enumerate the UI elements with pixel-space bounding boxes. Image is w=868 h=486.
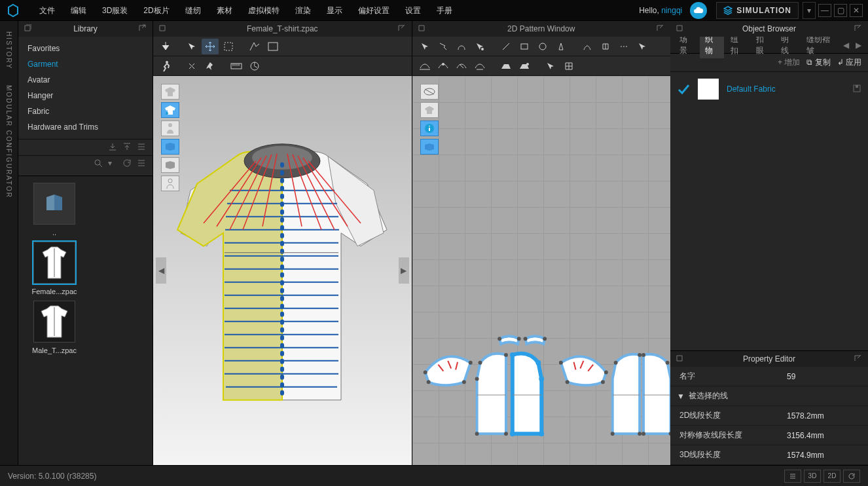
menu-settings[interactable]: 设置 (397, 0, 429, 21)
import-icon[interactable] (108, 142, 118, 153)
menu-2d-pattern[interactable]: 2D板片 (136, 0, 177, 21)
popout-icon[interactable] (676, 24, 685, 33)
menu-edit[interactable]: 编辑 (63, 0, 94, 21)
popout-icon-2[interactable] (397, 24, 407, 33)
popout-icon-2[interactable] (854, 354, 863, 364)
menu-preferences[interactable]: 偏好设置 (350, 0, 397, 21)
tool2d-arrow-icon[interactable] (542, 58, 559, 74)
menu-display[interactable]: 显示 (319, 0, 350, 21)
grid-icon[interactable] (137, 159, 147, 169)
menu-manual[interactable]: 手册 (429, 0, 460, 21)
popout-icon[interactable] (24, 24, 33, 33)
tool-move-icon[interactable] (202, 39, 219, 54)
popout-icon-2[interactable] (854, 24, 863, 33)
lib-item-favorites[interactable]: Favorites (18, 41, 153, 56)
export-icon[interactable] (122, 142, 133, 153)
lib-item-garment[interactable]: Garment (18, 56, 153, 72)
prop-value[interactable]: 59 (787, 372, 859, 381)
window-maximize[interactable]: ▢ (834, 4, 847, 17)
tool2d-iron2-icon[interactable] (516, 58, 533, 74)
status-2d-button[interactable]: 2D (823, 470, 841, 483)
2d-garment-icon[interactable] (420, 102, 439, 118)
lib-item-hanger[interactable]: Hanger (18, 88, 153, 103)
lib-item-avatar[interactable]: Avatar (18, 72, 153, 88)
thumb-female-tshirt[interactable]: Female...zpac (25, 242, 84, 295)
check-icon[interactable] (677, 83, 690, 96)
popout-icon[interactable] (676, 354, 685, 364)
list-icon[interactable] (137, 142, 147, 153)
simulation-dropdown[interactable]: ▾ (803, 2, 816, 19)
tabs-prev-icon[interactable]: ◀ (841, 41, 852, 50)
popout-icon-2[interactable] (138, 24, 147, 33)
tool2d-select-icon[interactable] (416, 39, 433, 54)
menu-3d-garment[interactable]: 3D服装 (94, 0, 136, 21)
tool2d-curve-icon[interactable] (453, 39, 470, 54)
status-refresh-icon[interactable] (843, 470, 860, 483)
2d-info-icon[interactable] (420, 121, 439, 136)
tool2d-circle-icon[interactable] (534, 39, 551, 54)
tool-pin-icon[interactable] (183, 58, 200, 74)
tool-tack-icon[interactable] (202, 58, 219, 74)
thumb-parent-folder[interactable]: .. (25, 183, 84, 236)
2d-viewport[interactable] (412, 76, 671, 465)
cloud-button[interactable] (690, 2, 707, 19)
tool2d-trace-icon[interactable] (579, 39, 596, 54)
tabs-next-icon[interactable]: ▶ (853, 41, 864, 50)
tool-select-icon[interactable] (183, 39, 200, 54)
user-name[interactable]: ningqi (661, 6, 682, 15)
tool2d-dart-icon[interactable] (552, 39, 570, 54)
tool2d-sew4-icon[interactable] (471, 58, 488, 74)
menu-sewing[interactable]: 缝纫 (177, 0, 209, 21)
object-row[interactable]: Default Fabric (677, 79, 861, 100)
tool-box-select-icon[interactable] (220, 39, 237, 54)
tool2d-iron-icon[interactable] (497, 58, 515, 74)
tool-rect-icon[interactable] (264, 39, 281, 54)
tool2d-grid-icon[interactable] (560, 58, 577, 74)
window-close[interactable]: ✕ (850, 4, 863, 17)
search-dropdown-icon[interactable]: ▾ (108, 159, 118, 169)
tool-measure-icon[interactable] (228, 58, 245, 74)
prop-value[interactable]: 1578.2mm (787, 411, 859, 421)
simulation-toggle[interactable]: SIMULATION (716, 2, 799, 19)
shade-garment-icon[interactable] (161, 84, 179, 100)
add-button[interactable]: + 增加 (778, 57, 800, 68)
prop-value[interactable]: 3156.4mm (787, 431, 859, 440)
tool2d-sew1-icon[interactable] (416, 58, 433, 74)
lib-item-hardware[interactable]: Hardware and Trims (18, 119, 153, 135)
tab-history[interactable]: HISTORY (5, 31, 12, 69)
tool-simulate-icon[interactable] (157, 39, 174, 54)
popout-icon[interactable] (418, 24, 427, 33)
tool2d-point-icon[interactable] (435, 39, 452, 54)
menu-materials[interactable]: 素材 (209, 0, 240, 21)
refresh-icon[interactable] (122, 159, 133, 169)
search-icon[interactable] (94, 159, 104, 169)
lib-item-fabric[interactable]: Fabric (18, 103, 153, 119)
tool-avatar-run-icon[interactable] (157, 58, 174, 74)
tool2d-rect-icon[interactable] (516, 39, 533, 54)
prop-value[interactable]: 1574.9mm (787, 451, 859, 460)
2d-thick-icon[interactable] (420, 139, 439, 155)
apply-button[interactable]: ↲ 应用 (837, 57, 861, 68)
tool2d-sew3-icon[interactable] (453, 58, 470, 74)
tool2d-cursor-icon[interactable] (634, 39, 651, 54)
tool-lasso-icon[interactable] (246, 39, 263, 54)
status-settings-icon[interactable] (784, 470, 801, 483)
window-minimize[interactable]: — (818, 4, 831, 17)
shade-texture-icon[interactable] (161, 102, 179, 118)
tool-tape-icon[interactable] (246, 58, 263, 74)
tool2d-addpoint-icon[interactable] (471, 39, 488, 54)
3d-viewport[interactable]: ◀ ▶ (153, 76, 412, 465)
fabric-name[interactable]: Default Fabric (727, 84, 776, 94)
tool2d-seam-icon[interactable] (615, 39, 632, 54)
save-swatch-icon[interactable] (852, 84, 861, 95)
prop-group-selected-lines[interactable]: ▼ 被选择的线 (670, 386, 868, 406)
menu-avatar[interactable]: 虚拟模特 (240, 0, 287, 21)
thumb-male-tshirt[interactable]: Male_T...zpac (25, 301, 84, 354)
menu-file[interactable]: 文件 (31, 0, 63, 21)
tab-modular-configurator[interactable]: MODULAR CONFIGURATOR (5, 85, 12, 198)
popout-icon-2[interactable] (656, 24, 665, 33)
fabric-swatch[interactable] (698, 79, 719, 100)
tool2d-notch-icon[interactable] (597, 39, 614, 54)
tool2d-line-icon[interactable] (497, 39, 515, 54)
popout-icon[interactable] (158, 24, 168, 33)
